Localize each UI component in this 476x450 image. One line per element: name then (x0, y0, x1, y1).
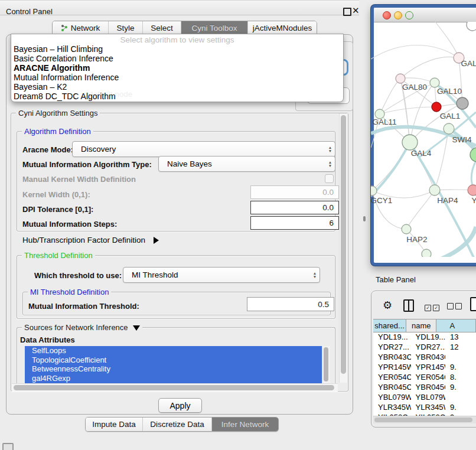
algorithm-option-basic-correlation-inference[interactable]: Basic Correlation Inference (11, 54, 343, 63)
tab-style[interactable]: Style (109, 21, 143, 35)
attribute-item-topologicalcoefficient[interactable]: TopologicalCoefficient (25, 356, 322, 365)
network-edge[interactable] (400, 57, 459, 79)
bottom-tab-infer-network[interactable]: Infer Network (212, 418, 278, 431)
attribute-item-gal4rgexp[interactable]: gal4RGexp (25, 374, 322, 383)
settings-gear-icon[interactable]: ⚙ (383, 299, 392, 312)
zoom-light-icon[interactable] (405, 11, 413, 19)
network-edge[interactable] (380, 79, 400, 114)
network-edge[interactable] (400, 78, 435, 83)
deselect-all-icon[interactable] (447, 302, 464, 311)
algorithm-option-dream8-dc-tdc-algorithm[interactable]: Dream8 DC_TDC Algorithm (11, 92, 343, 101)
network-edge[interactable] (435, 190, 473, 190)
float-window-icon[interactable] (343, 8, 351, 16)
network-node[interactable] (467, 22, 476, 31)
network-node[interactable] (470, 148, 476, 162)
network-node-gal80[interactable] (396, 74, 405, 83)
network-node-gal4[interactable] (402, 135, 418, 150)
select-all-icon[interactable]: ✓✓ (425, 302, 441, 311)
settings-horizontal-scrollbar[interactable] (12, 383, 338, 392)
settings-horizontal-thumb[interactable] (14, 385, 334, 390)
hub-factor-expander[interactable]: Hub/Transcription Factor Definition (22, 236, 159, 244)
table-cell: YER054C (373, 373, 411, 383)
attribute-item-betweennesscentrality[interactable]: BetweennessCentrality (25, 364, 322, 374)
table-cell: 9. (445, 383, 476, 393)
column-header-shared[interactable]: shared... (373, 319, 406, 332)
which-threshold-select[interactable]: MI Threshold ▲▼ (123, 267, 320, 283)
bottom-tab-discretize-data[interactable]: Discretize Data (143, 418, 212, 431)
table-row[interactable]: YDL19...YDL19...13 (373, 332, 476, 343)
dpi-tolerance-field[interactable]: 0.0 (250, 201, 339, 214)
table-horizontal-thumb[interactable] (374, 418, 472, 422)
algorithm-dropdown-placeholder: Select algorithm to view settings (11, 34, 343, 44)
network-node-y[interactable] (468, 185, 476, 195)
table-row[interactable]: YBL079WYBL079W (373, 393, 476, 403)
sources-title[interactable]: Sources for Network Inference (22, 323, 142, 332)
table-row[interactable]: YBR043CYBR043C (373, 353, 476, 363)
aracne-mode-value: Discovery (73, 145, 325, 154)
hub-factor-label: Hub/Transcription Factor Definition (22, 236, 145, 244)
document-icon[interactable] (470, 297, 476, 311)
manual-kernel-checkbox[interactable] (325, 174, 334, 183)
node-label-y: Y (471, 196, 476, 205)
minimize-light-icon[interactable] (394, 11, 402, 19)
algorithm-option-bayesian-hill-climbing[interactable]: Bayesian – Hill Climbing (11, 44, 343, 54)
network-edge[interactable] (380, 107, 436, 114)
algorithm-option-bayesian-k2[interactable]: Bayesian – K2 (11, 82, 343, 92)
table-row[interactable]: YER054CYER054C8. (373, 373, 476, 383)
bottom-tab-impute-data[interactable]: Impute Data (86, 418, 143, 431)
network-edge[interactable] (435, 22, 459, 58)
manual-kernel-label: Manual Kernel Width Definition (22, 175, 136, 184)
mi-threshold-field[interactable]: 0.5 (247, 297, 334, 311)
settings-vertical-scrollbar[interactable] (339, 113, 348, 383)
attributes-scrollbar[interactable] (322, 346, 330, 384)
settings-vertical-thumb[interactable] (341, 115, 346, 374)
close-light-icon[interactable] (383, 11, 391, 19)
tab-network[interactable]: Network (53, 21, 109, 35)
network-node[interactable] (457, 97, 468, 109)
network-edge[interactable] (372, 142, 410, 191)
network-edge[interactable] (410, 83, 435, 142)
table-row[interactable]: YPR145WYPR145W9. (373, 363, 476, 373)
apply-button[interactable]: Apply (158, 398, 202, 413)
table-row[interactable]: YLR345WYLR345W9. (373, 403, 476, 413)
network-canvas[interactable]: GALGAL80GAL10GAL1GAL11SWI4GAL4GCY1HAP4YH… (371, 22, 476, 257)
kernel-width-field[interactable]: 0.0 (250, 185, 339, 199)
algorithm-option-aracne-algorithm[interactable]: ARACNE Algorithm (11, 63, 343, 73)
network-node-gal1[interactable] (432, 102, 441, 112)
network-edge[interactable] (435, 129, 449, 190)
network-node-hap2[interactable] (402, 224, 411, 234)
stepper-arrows-icon: ▲▼ (325, 146, 335, 152)
table-horizontal-scrollbar[interactable] (373, 416, 476, 423)
mi-steps-field[interactable]: 6 (250, 216, 339, 230)
network-node-gcy1[interactable] (371, 186, 377, 195)
attribute-item-selfloops[interactable]: SelfLoops (25, 346, 322, 356)
table-row[interactable]: YDR27...YDR27...12 (373, 343, 476, 353)
node-label-hap4: HAP4 (437, 196, 458, 205)
data-attributes-list[interactable]: SelfLoopsTopologicalCoefficientBetweenne… (25, 346, 322, 384)
network-node-gal10[interactable] (430, 78, 439, 87)
bottom-tabs: Impute DataDiscretize DataInfer Network (85, 417, 279, 432)
network-node-swi4[interactable] (444, 123, 454, 134)
aracne-mode-select[interactable]: Discovery ▲▼ (72, 141, 335, 157)
column-header-a[interactable]: A (436, 319, 476, 332)
sources-title-text: Sources for Network Inference (24, 323, 128, 332)
tab-cyni-toolbox[interactable]: Cyni Toolbox (181, 21, 248, 35)
corner-widget[interactable] (2, 443, 14, 450)
table-cell: 8. (445, 373, 476, 383)
table-row[interactable]: YBR045CYBR045C9. (373, 383, 476, 393)
network-node-hap4[interactable] (429, 185, 440, 195)
split-panel-icon[interactable] (403, 299, 414, 312)
mi-type-select[interactable]: Naive Bayes ▲▼ (158, 156, 335, 172)
tab-label: Cyni Toolbox (191, 24, 237, 32)
close-icon[interactable]: ✕ (352, 5, 360, 16)
network-edge[interactable] (371, 142, 410, 196)
network-node[interactable] (422, 249, 431, 257)
column-header-name[interactable]: name (406, 319, 436, 332)
network-window-titlebar[interactable] (374, 8, 476, 22)
threshold-definition-title: Threshold Definition (22, 251, 95, 260)
tab-select[interactable]: Select (143, 21, 181, 35)
attributes-scrollbar-thumb[interactable] (324, 347, 328, 381)
splitter-handle[interactable] (363, 216, 366, 221)
tab-jactivemnodules[interactable]: jActiveMNodules (248, 21, 317, 35)
algorithm-option-mutual-information-inference[interactable]: Mutual Information Inference (11, 73, 343, 82)
